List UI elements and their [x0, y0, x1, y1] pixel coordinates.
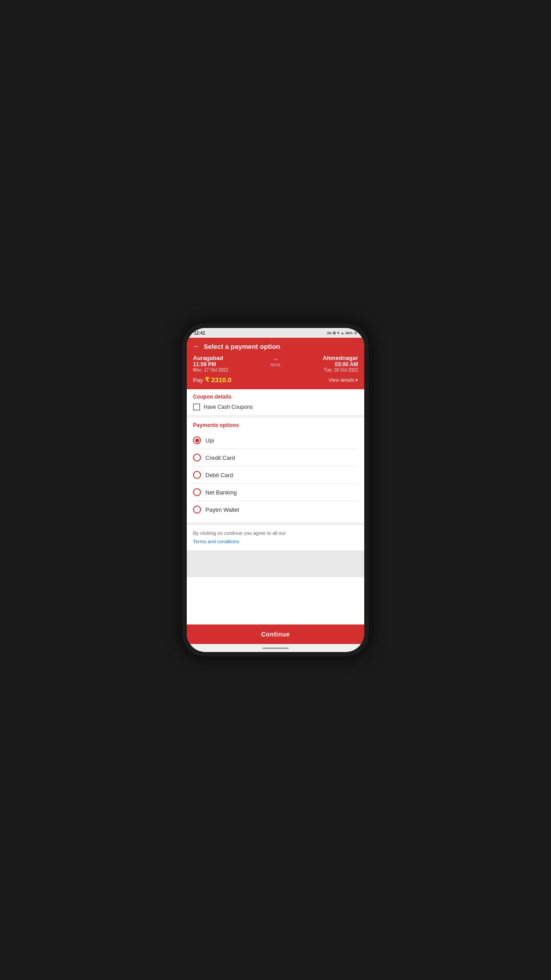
- coupon-section-title: Coupon details: [193, 394, 358, 400]
- status-time: 12:41: [194, 331, 205, 336]
- coupon-section: Coupon details Have Cash Coupons: [187, 389, 364, 418]
- journey-from: Auragabad 11:59 PM Mon, 17 Oct 2022: [193, 355, 228, 372]
- radio-net-banking: [193, 488, 201, 496]
- payment-label-credit-card: Credit Card: [205, 454, 235, 461]
- gray-filler: [187, 550, 364, 577]
- radio-paytm-wallet: [193, 506, 201, 514]
- journey-arrow: →: [272, 356, 279, 363]
- view-details-button[interactable]: View details ▾: [329, 377, 358, 383]
- payment-label-paytm-wallet: Paytm Wallet: [205, 506, 239, 513]
- terms-section: By clicking on continue you agree to all…: [187, 522, 364, 550]
- status-icons: 3G ⊞ ✦ ▲ 86% ⊙: [327, 331, 357, 335]
- pay-row: Pay ₹ 2310.0 View details ▾: [193, 376, 358, 384]
- back-button[interactable]: ←: [193, 342, 200, 350]
- battery-icon: ⊙: [354, 331, 357, 335]
- journey-to: Ahmednagar 03:00 AM Tue, 18 Oct 2022: [323, 355, 358, 372]
- page-title: Select a payment option: [204, 343, 280, 350]
- payment-section-title: Payments options: [193, 422, 358, 428]
- payment-option-net-banking[interactable]: Net Banking: [193, 484, 358, 501]
- to-date: Tue, 18 Oct 2022: [324, 368, 358, 372]
- header-top: ← Select a payment option: [193, 342, 358, 350]
- from-date: Mon, 17 Oct 2022: [193, 368, 228, 372]
- payment-label-upi: Upi: [205, 437, 214, 444]
- payment-option-debit-card[interactable]: Debit Card: [193, 466, 358, 484]
- journey-row: Auragabad 11:59 PM Mon, 17 Oct 2022 → 03…: [193, 355, 358, 372]
- content-area: Coupon details Have Cash Coupons Payment…: [187, 389, 364, 624]
- payment-label-net-banking: Net Banking: [205, 489, 237, 496]
- journey-middle: → 03:01: [271, 355, 281, 367]
- terms-pre-text: By clicking on continue you agree to all…: [193, 530, 358, 536]
- pay-info: Pay ₹ 2310.0: [193, 376, 232, 384]
- phone-frame: 12:41 3G ⊞ ✦ ▲ 86% ⊙ ← Select a payment …: [182, 324, 369, 656]
- pay-label: Pay: [193, 377, 203, 383]
- phone-screen: 12:41 3G ⊞ ✦ ▲ 86% ⊙ ← Select a payment …: [187, 328, 364, 652]
- from-city: Auragabad: [193, 355, 228, 361]
- terms-link[interactable]: Terms and conditions: [193, 539, 239, 544]
- payment-section: Payments options Upi Credit Card Debit: [187, 418, 364, 522]
- battery-text: 86%: [346, 331, 353, 335]
- payment-label-debit-card: Debit Card: [205, 472, 233, 478]
- home-indicator: [262, 648, 289, 649]
- network-icons: 3G ⊞ ✦ ▲: [327, 331, 344, 335]
- radio-upi-fill: [195, 439, 199, 443]
- to-city: Ahmednagar: [323, 355, 358, 361]
- chevron-down-icon: ▾: [355, 377, 358, 383]
- bottom-bar: [187, 644, 364, 652]
- journey-duration: 03:01: [271, 363, 281, 367]
- payment-option-credit-card[interactable]: Credit Card: [193, 449, 358, 466]
- pay-amount: ₹ 2310.0: [205, 376, 232, 383]
- coupon-row[interactable]: Have Cash Coupons: [193, 403, 358, 411]
- continue-button[interactable]: Continue: [187, 624, 364, 644]
- to-time: 03:00 AM: [335, 361, 358, 368]
- payment-option-upi[interactable]: Upi: [193, 432, 358, 449]
- status-bar: 12:41 3G ⊞ ✦ ▲ 86% ⊙: [187, 328, 364, 338]
- coupon-checkbox[interactable]: [193, 403, 200, 411]
- radio-credit-card: [193, 454, 201, 462]
- payment-option-paytm-wallet[interactable]: Paytm Wallet: [193, 501, 358, 518]
- from-time: 11:59 PM: [193, 361, 228, 368]
- radio-debit-card: [193, 471, 201, 479]
- radio-upi: [193, 436, 201, 444]
- header: ← Select a payment option Auragabad 11:5…: [187, 338, 364, 389]
- coupon-label: Have Cash Coupons: [204, 404, 253, 410]
